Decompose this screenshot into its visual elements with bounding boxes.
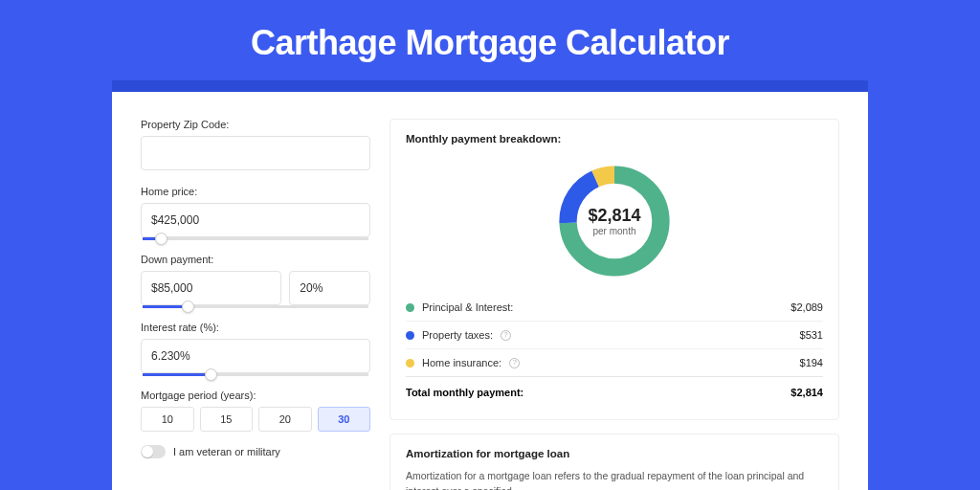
total-label: Total monthly payment: xyxy=(406,387,523,398)
price-slider[interactable] xyxy=(143,237,368,240)
down-slider-thumb[interactable] xyxy=(182,301,194,313)
legend-row: Property taxes:?$531 xyxy=(406,321,823,348)
zip-input[interactable] xyxy=(141,136,370,170)
amortization-text: Amortization for a mortgage loan refers … xyxy=(406,469,823,490)
calculator-card: Property Zip Code: Home price: Down paym… xyxy=(112,92,868,490)
breakdown-title: Monthly payment breakdown: xyxy=(406,133,823,145)
info-icon[interactable]: ? xyxy=(501,330,511,341)
zip-label: Property Zip Code: xyxy=(141,119,370,130)
zip-field-group: Property Zip Code: xyxy=(141,119,370,170)
total-value: $2,814 xyxy=(791,387,823,398)
period-btn-15[interactable]: 15 xyxy=(200,407,254,432)
period-btn-30[interactable]: 30 xyxy=(318,407,371,432)
legend-label: Property taxes: xyxy=(422,329,493,341)
down-slider-fill xyxy=(143,305,188,308)
rate-field-group: Interest rate (%): xyxy=(141,322,370,376)
legend-list: Principal & Interest:$2,089Property taxe… xyxy=(406,294,823,376)
legend-row: Home insurance:?$194 xyxy=(406,348,823,376)
legend-label: Home insurance: xyxy=(422,357,501,368)
period-field-group: Mortgage period (years): 10152030 xyxy=(141,390,370,432)
donut-chart: $2,814 per month xyxy=(553,160,676,282)
down-field-group: Down payment: xyxy=(141,254,370,308)
legend-dot xyxy=(406,303,414,312)
info-icon[interactable]: ? xyxy=(509,358,520,368)
price-input[interactable] xyxy=(141,203,370,237)
donut-center: $2,814 per month xyxy=(553,160,676,282)
veteran-toggle-knob xyxy=(142,446,153,457)
veteran-label: I am veteran or military xyxy=(173,446,280,457)
page-title: Carthage Mortgage Calculator xyxy=(0,23,980,63)
period-options: 10152030 xyxy=(141,407,370,432)
down-label: Down payment: xyxy=(141,254,370,265)
rate-slider-fill xyxy=(143,373,211,376)
legend-dot xyxy=(406,359,414,368)
price-field-group: Home price: xyxy=(141,186,370,240)
legend-row: Principal & Interest:$2,089 xyxy=(406,294,823,321)
donut-center-sub: per month xyxy=(592,226,635,236)
total-row: Total monthly payment: $2,814 xyxy=(406,376,823,406)
amortization-title: Amortization for mortgage loan xyxy=(406,448,823,459)
rate-input[interactable] xyxy=(141,339,370,373)
period-btn-10[interactable]: 10 xyxy=(141,407,194,432)
rate-slider-thumb[interactable] xyxy=(205,368,217,381)
period-btn-20[interactable]: 20 xyxy=(258,407,312,432)
down-pct-input[interactable] xyxy=(289,271,370,305)
legend-value: $194 xyxy=(800,357,823,368)
legend-value: $2,089 xyxy=(791,301,823,313)
input-panel: Property Zip Code: Home price: Down paym… xyxy=(141,119,370,490)
down-amount-input[interactable] xyxy=(141,271,281,305)
rate-slider[interactable] xyxy=(143,373,368,376)
legend-value: $531 xyxy=(800,329,823,341)
period-label: Mortgage period (years): xyxy=(141,390,370,401)
breakdown-panel: Monthly payment breakdown: $2,814 per mo… xyxy=(390,119,839,420)
rate-label: Interest rate (%): xyxy=(141,322,370,333)
veteran-toggle-row: I am veteran or military xyxy=(141,445,370,458)
legend-label: Principal & Interest: xyxy=(422,301,513,313)
page-header: Carthage Mortgage Calculator xyxy=(0,0,980,80)
price-label: Home price: xyxy=(141,186,370,197)
results-panel: Monthly payment breakdown: $2,814 per mo… xyxy=(390,119,839,490)
amortization-panel: Amortization for mortgage loan Amortizat… xyxy=(390,434,839,490)
price-slider-thumb[interactable] xyxy=(155,233,167,245)
legend-dot xyxy=(406,331,414,340)
veteran-toggle[interactable] xyxy=(141,445,166,458)
header-accent-bar xyxy=(112,80,868,92)
donut-chart-wrap: $2,814 per month xyxy=(406,154,823,294)
donut-center-value: $2,814 xyxy=(588,206,640,226)
down-slider[interactable] xyxy=(143,305,368,308)
